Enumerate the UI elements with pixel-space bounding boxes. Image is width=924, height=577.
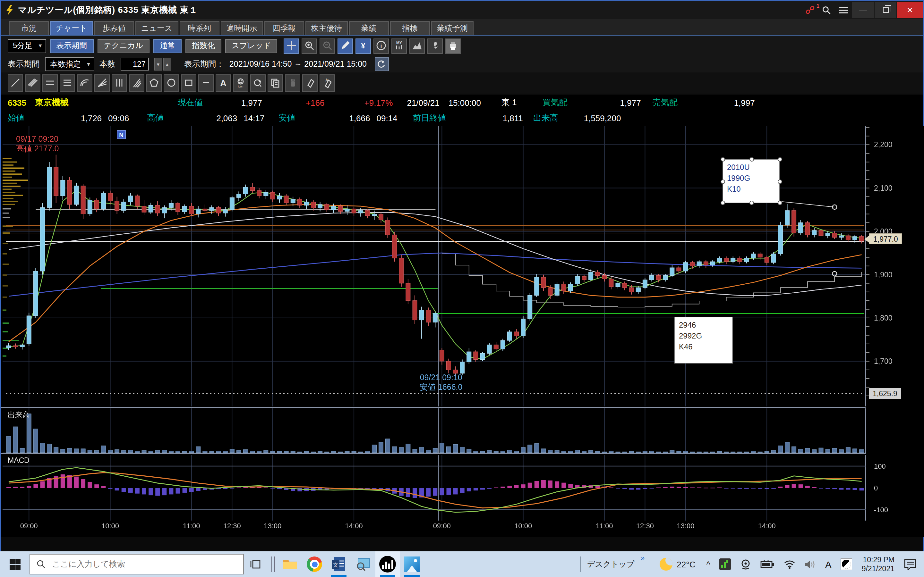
text-tool[interactable]: A bbox=[216, 74, 231, 92]
chrome-icon[interactable] bbox=[302, 551, 326, 577]
rectangle-tool[interactable] bbox=[181, 74, 196, 92]
tab-indicators[interactable]: 指標 bbox=[390, 21, 430, 35]
display-period-button[interactable]: 表示期間 bbox=[50, 39, 94, 53]
tab-market[interactable]: 市況 bbox=[9, 21, 49, 35]
indexed-button[interactable]: 指数化 bbox=[186, 39, 221, 53]
selection-handle[interactable] bbox=[750, 201, 754, 205]
low-marker-annotation[interactable]: 09/21 09:10安値 1666.0 bbox=[420, 373, 462, 392]
tab-quarterly[interactable]: 四季報 bbox=[264, 21, 304, 35]
reset-range-button[interactable] bbox=[375, 57, 389, 71]
interval-select[interactable]: 5分足▼ bbox=[8, 39, 46, 53]
selection-handle[interactable] bbox=[778, 201, 782, 205]
normal-button[interactable]: 通常 bbox=[153, 39, 182, 53]
tab-earnings[interactable]: 業績 bbox=[349, 21, 389, 35]
hsegment-tool[interactable] bbox=[198, 74, 214, 92]
high-marker-annotation[interactable]: 09/17 09:20高値 2177.0 bbox=[16, 135, 59, 154]
text-annotation[interactable]: 2946 2992G K46 bbox=[674, 317, 733, 364]
count-up-button[interactable]: ▲ bbox=[163, 58, 171, 71]
restore-button[interactable] bbox=[875, 2, 897, 18]
selection-handle[interactable] bbox=[720, 201, 725, 205]
taskbar-search[interactable] bbox=[29, 554, 244, 574]
price-chart[interactable]: 2,2002,1002,0001,9001,8001,700 bbox=[1, 126, 924, 406]
pentagon-tool[interactable] bbox=[146, 74, 162, 92]
count-down-button[interactable]: ▼ bbox=[154, 58, 162, 71]
battery-icon[interactable] bbox=[756, 551, 779, 577]
copy-tool[interactable] bbox=[268, 74, 283, 92]
pitchfork-tool[interactable] bbox=[129, 74, 144, 92]
desktop-toolbar[interactable]: デスクトップ » bbox=[583, 559, 638, 570]
camera-tray-icon[interactable] bbox=[735, 551, 756, 577]
macd-chart[interactable]: 1000-100 bbox=[1, 455, 924, 521]
menu-icon[interactable] bbox=[835, 3, 851, 17]
rotate-tool[interactable] bbox=[250, 74, 266, 92]
show-hidden-icons[interactable]: ^ bbox=[702, 551, 714, 577]
x-axis-label: 12:30 bbox=[636, 522, 654, 530]
hlines3-tool[interactable] bbox=[60, 74, 75, 92]
close-button[interactable]: ✕ bbox=[897, 2, 923, 18]
pencil-button[interactable] bbox=[338, 38, 353, 53]
trading-app-icon[interactable] bbox=[375, 551, 400, 577]
speaker-icon[interactable] bbox=[800, 551, 821, 577]
start-button[interactable] bbox=[0, 551, 29, 577]
file-explorer-icon[interactable] bbox=[278, 551, 302, 577]
yen-button[interactable]: ¥ bbox=[356, 38, 371, 53]
eraser-tool[interactable] bbox=[302, 74, 318, 92]
tab-time-series[interactable]: 時系列 bbox=[179, 21, 219, 35]
fib-arc-tool[interactable] bbox=[77, 74, 92, 92]
trend-line-tool[interactable] bbox=[8, 74, 23, 92]
tab-disclosures[interactable]: 適時開示 bbox=[220, 21, 263, 35]
selection-handle[interactable] bbox=[720, 157, 725, 161]
title-bar[interactable]: マルチツール(個別銘柄) 6335 東京機械 東１ 1 — ✕ bbox=[1, 1, 923, 19]
selection-handle[interactable] bbox=[750, 157, 754, 161]
spread-button[interactable]: スプレッド bbox=[225, 39, 278, 53]
document-app-icon[interactable]: 文 bbox=[326, 551, 351, 577]
minimize-button[interactable]: — bbox=[852, 2, 874, 18]
wrench-button[interactable] bbox=[428, 38, 443, 53]
count-input[interactable] bbox=[121, 58, 149, 71]
snipping-tool-icon[interactable] bbox=[351, 551, 375, 577]
my-chart-button[interactable]: MY bbox=[392, 38, 407, 53]
link-icon[interactable]: 1 bbox=[801, 3, 818, 17]
technical-button[interactable]: テクニカル bbox=[97, 39, 150, 53]
wifi-icon[interactable] bbox=[779, 551, 800, 577]
selection-handle[interactable] bbox=[778, 179, 782, 184]
zoom-out-button[interactable] bbox=[320, 38, 335, 53]
ellipse-tool[interactable] bbox=[164, 74, 179, 92]
photos-app-icon[interactable] bbox=[400, 551, 424, 577]
ime-icon[interactable] bbox=[836, 551, 857, 577]
tray-app-icon[interactable] bbox=[715, 551, 735, 577]
eraser-all-tool[interactable]: A bbox=[320, 74, 335, 92]
tab-benefits[interactable]: 株主優待 bbox=[305, 21, 347, 35]
fan-lines-tool[interactable] bbox=[94, 74, 110, 92]
overflow-chevron[interactable]: » bbox=[641, 554, 645, 561]
info-button[interactable]: i bbox=[374, 38, 389, 53]
text-annotation-selected[interactable]: 2010U 1990G K10 bbox=[722, 159, 780, 203]
search-input[interactable] bbox=[51, 559, 218, 569]
selection-handle[interactable] bbox=[720, 179, 725, 184]
vertical-lines-tool[interactable] bbox=[111, 74, 127, 92]
tab-forecast[interactable]: 業績予測 bbox=[431, 21, 473, 35]
task-view-button[interactable] bbox=[244, 551, 268, 577]
current-price-tag: 1,977.0 bbox=[869, 234, 903, 244]
news-badge[interactable]: N bbox=[117, 130, 126, 139]
weather-icon[interactable] bbox=[655, 551, 677, 577]
volume-chart[interactable] bbox=[1, 408, 924, 454]
printer-button[interactable] bbox=[446, 38, 461, 53]
clock[interactable]: 10:29 PM 9/21/2021 bbox=[857, 555, 900, 573]
hlines2-tool[interactable] bbox=[42, 74, 58, 92]
zoom-in-button[interactable] bbox=[302, 38, 317, 53]
tab-news[interactable]: ニュース bbox=[136, 21, 178, 35]
area-chart-button[interactable] bbox=[410, 38, 425, 53]
tab-ticks[interactable]: 歩み値 bbox=[94, 21, 134, 35]
action-center-icon[interactable] bbox=[900, 551, 924, 577]
selection-handle[interactable] bbox=[778, 157, 782, 161]
temperature[interactable]: 22°C bbox=[677, 559, 695, 569]
search-icon[interactable] bbox=[818, 3, 835, 17]
crosshair-button[interactable] bbox=[284, 38, 299, 53]
parallel-lines-tool[interactable] bbox=[25, 74, 40, 92]
ime-mode[interactable]: A bbox=[821, 551, 836, 577]
count-mode-select[interactable]: 本数指定▼ bbox=[45, 57, 94, 71]
icon-stamp-tool[interactable]: icon bbox=[233, 74, 248, 92]
tab-chart[interactable]: チャート bbox=[50, 21, 93, 35]
hand-tool[interactable] bbox=[285, 74, 300, 92]
